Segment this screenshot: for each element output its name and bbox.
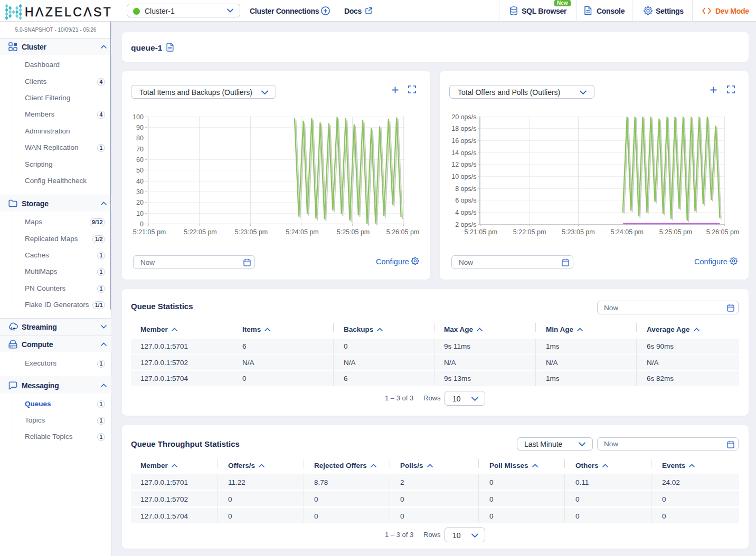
svg-text:5:25:05 pm: 5:25:05 pm (337, 228, 370, 236)
svg-text:30: 30 (136, 188, 144, 196)
svg-text:8 ops/s: 8 ops/s (455, 185, 476, 193)
svg-text:5:26:05 pm: 5:26:05 pm (386, 228, 420, 236)
svg-text:5:22:05 pm: 5:22:05 pm (184, 228, 217, 236)
svg-text:5:23:05 pm: 5:23:05 pm (562, 228, 595, 236)
svg-text:14 ops/s: 14 ops/s (451, 149, 476, 157)
svg-text:5:24:05 pm: 5:24:05 pm (286, 228, 319, 236)
svg-text:5:22:05 pm: 5:22:05 pm (513, 228, 546, 236)
svg-text:5:21:05 pm: 5:21:05 pm (133, 228, 166, 236)
svg-text:10: 10 (136, 210, 144, 217)
svg-text:5:21:05 pm: 5:21:05 pm (465, 228, 498, 236)
svg-text:4 ops/s: 4 ops/s (455, 209, 476, 216)
svg-text:5:25:05 pm: 5:25:05 pm (659, 228, 693, 236)
svg-text:5:26:05 pm: 5:26:05 pm (706, 228, 740, 236)
svg-text:90: 90 (136, 124, 144, 131)
svg-text:6 ops/s: 6 ops/s (455, 197, 476, 204)
svg-text:2 ops/s: 2 ops/s (455, 221, 476, 228)
svg-text:80: 80 (136, 135, 144, 142)
svg-text:50: 50 (136, 167, 144, 174)
svg-text:70: 70 (136, 146, 144, 153)
svg-text:10 ops/s: 10 ops/s (451, 173, 476, 180)
svg-text:16 ops/s: 16 ops/s (451, 137, 476, 145)
svg-text:5:23:05 pm: 5:23:05 pm (235, 228, 268, 236)
svg-text:40: 40 (136, 178, 144, 185)
svg-text:20 ops/s: 20 ops/s (451, 113, 476, 121)
svg-text:5:24:05 pm: 5:24:05 pm (610, 228, 644, 236)
svg-text:12 ops/s: 12 ops/s (451, 161, 476, 168)
svg-text:60: 60 (136, 156, 144, 164)
svg-text:20: 20 (136, 199, 144, 206)
svg-text:18 ops/s: 18 ops/s (451, 125, 476, 132)
svg-text:0: 0 (140, 221, 144, 228)
svg-text:100: 100 (133, 113, 144, 121)
